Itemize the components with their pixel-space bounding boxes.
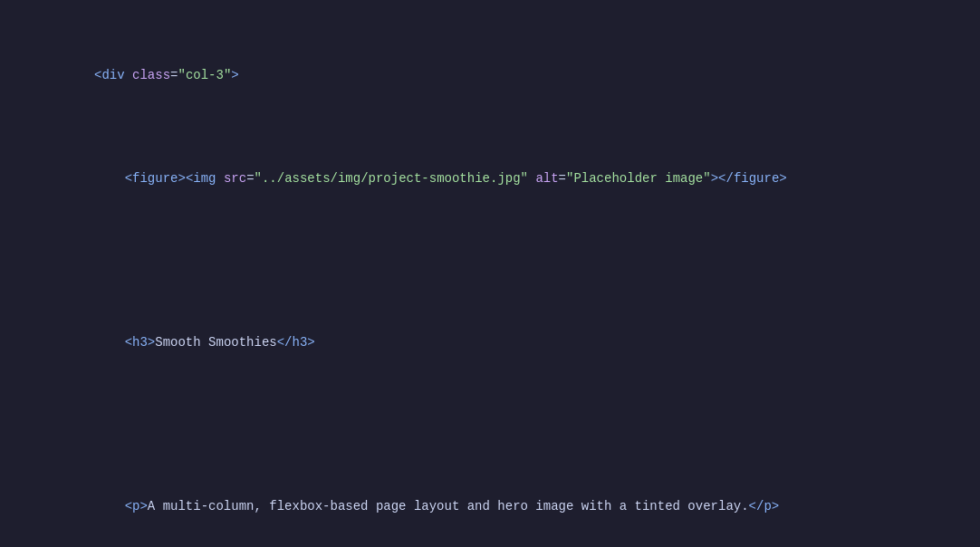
line-2: <figure><img src="../assets/img/project-… [18, 148, 962, 210]
empty-line-1 [18, 251, 962, 271]
line-1: <div class="col-3"> [18, 44, 962, 107]
code-editor: <div class="col-3"> <figure><img src="..… [0, 0, 980, 547]
line-4: <p>A multi-column, flexbox-based page la… [18, 475, 962, 538]
empty-line-2 [18, 415, 962, 435]
line-3: <h3>Smooth Smoothies</h3> [18, 312, 962, 374]
code-section-1: <div class="col-3"> <figure><img src="..… [0, 0, 980, 547]
